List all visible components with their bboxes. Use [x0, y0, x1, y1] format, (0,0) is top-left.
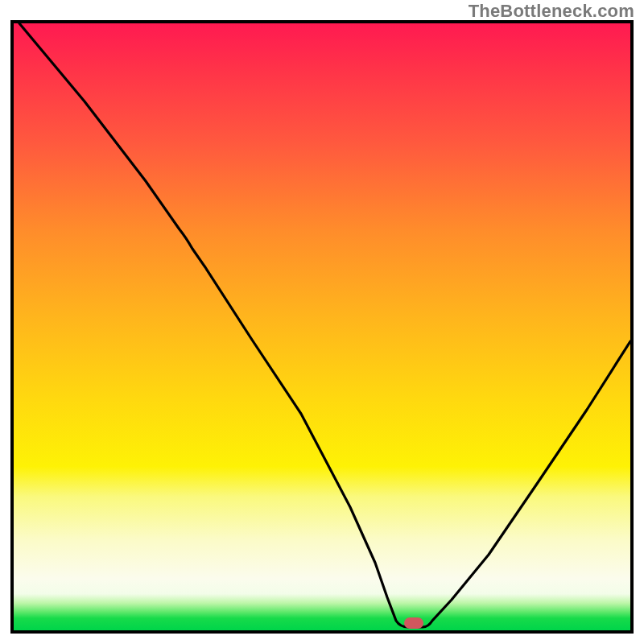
watermark-label: TheBottleneck.com	[469, 1, 634, 22]
bottleneck-curve	[14, 23, 630, 630]
plot-frame	[10, 20, 634, 634]
chart-container: TheBottleneck.com	[0, 0, 644, 644]
recommended-marker	[404, 617, 423, 629]
